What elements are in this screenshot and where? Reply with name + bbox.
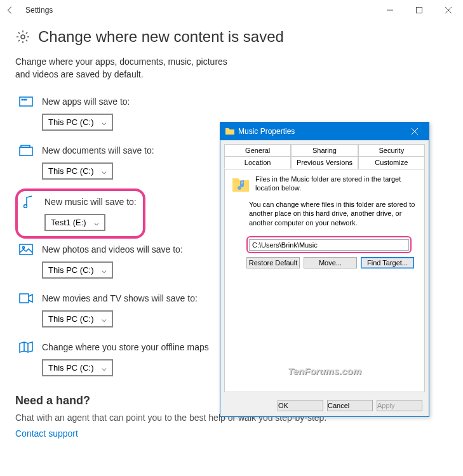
contact-support-link[interactable]: Contact support xyxy=(15,428,78,439)
cancel-button[interactable]: Cancel xyxy=(327,400,373,411)
svg-rect-9 xyxy=(20,147,32,155)
close-button[interactable] xyxy=(434,0,463,20)
dropdown-documents-value: This PC (C:) xyxy=(48,166,94,176)
page-header: Change where new content is saved xyxy=(0,20,463,56)
highlight-music: New music will save to: Test1 (E:)⌵ xyxy=(15,188,145,239)
chevron-down-icon: ⌵ xyxy=(102,265,107,275)
chevron-down-icon: ⌵ xyxy=(102,314,107,324)
chevron-down-icon: ⌵ xyxy=(102,166,107,176)
tabs-row-2: Location Previous Versions Customize xyxy=(224,156,425,169)
dropdown-maps[interactable]: This PC (C:)⌵ xyxy=(42,359,113,376)
svg-point-7 xyxy=(23,99,25,100)
ok-button[interactable]: OK xyxy=(278,400,323,411)
row-apps: New apps will save to: xyxy=(0,91,463,111)
tab-general[interactable]: General xyxy=(224,144,291,156)
svg-rect-12 xyxy=(20,244,32,255)
svg-point-4 xyxy=(21,35,25,39)
chevron-down-icon: ⌵ xyxy=(102,363,107,373)
dialog-footer: OK Cancel Apply xyxy=(220,396,429,416)
maximize-button[interactable] xyxy=(405,0,434,20)
row-music: New music will save to: xyxy=(20,195,137,211)
dialog-titlebar[interactable]: Music Properties xyxy=(220,122,429,140)
maps-icon xyxy=(19,340,33,354)
titlebar: Settings xyxy=(0,0,463,20)
back-button[interactable] xyxy=(5,5,15,15)
dropdown-documents[interactable]: This PC (C:)⌵ xyxy=(42,162,113,180)
movies-icon xyxy=(19,291,33,305)
page-title: Change where new content is saved xyxy=(38,28,284,46)
svg-rect-10 xyxy=(21,145,30,147)
tab-customize[interactable]: Customize xyxy=(358,156,425,169)
apps-icon xyxy=(19,95,33,109)
svg-rect-5 xyxy=(20,97,32,106)
svg-rect-1 xyxy=(417,8,422,13)
dialog-title: Music Properties xyxy=(238,127,295,136)
svg-point-6 xyxy=(22,99,23,100)
music-folder-icon xyxy=(231,175,250,194)
dialog-close-button[interactable] xyxy=(403,124,426,139)
row-apps-label: New apps will save to: xyxy=(42,96,130,107)
watermark: TenForums.com xyxy=(288,366,361,376)
photos-icon xyxy=(19,242,33,256)
row-maps-label: Change where you store your offline maps xyxy=(42,342,209,352)
music-icon xyxy=(22,195,36,209)
panel-description: You can change where files in this folde… xyxy=(249,200,418,227)
minimize-button[interactable] xyxy=(375,0,405,20)
dropdown-maps-value: This PC (C:) xyxy=(48,363,94,373)
dropdown-photos[interactable]: This PC (C:)⌵ xyxy=(42,261,113,279)
dropdown-movies[interactable]: This PC (C:)⌵ xyxy=(42,310,113,327)
location-path-input[interactable] xyxy=(249,239,409,251)
chevron-down-icon: ⌵ xyxy=(102,117,107,127)
tabs-row-1: General Sharing Security xyxy=(224,144,425,156)
dropdown-photos-value: This PC (C:) xyxy=(48,265,94,275)
move-button[interactable]: Move... xyxy=(304,257,357,268)
dropdown-music[interactable]: Test1 (E:)⌵ xyxy=(44,214,105,231)
window-title: Settings xyxy=(25,6,53,15)
folder-icon xyxy=(225,127,234,136)
dropdown-apps[interactable]: This PC (C:)⌵ xyxy=(42,114,113,131)
tab-security[interactable]: Security xyxy=(358,144,425,156)
tab-location[interactable]: Location xyxy=(224,156,291,169)
svg-point-13 xyxy=(23,247,25,249)
panel-header-text: Files in the Music folder are stored in … xyxy=(255,175,418,194)
svg-rect-14 xyxy=(20,294,29,303)
dropdown-movies-value: This PC (C:) xyxy=(48,314,94,324)
apply-button[interactable]: Apply xyxy=(377,400,422,411)
tab-panel-location: Files in the Music folder are stored in … xyxy=(224,169,425,392)
music-properties-dialog: Music Properties General Sharing Securit… xyxy=(220,122,429,417)
tab-previous-versions[interactable]: Previous Versions xyxy=(291,156,358,169)
row-photos-label: New photos and videos will save to: xyxy=(42,244,183,255)
row-movies-label: New movies and TV shows will save to: xyxy=(42,293,198,303)
path-highlight xyxy=(246,236,412,253)
dropdown-apps-value: This PC (C:) xyxy=(48,117,94,127)
tab-sharing[interactable]: Sharing xyxy=(291,144,358,156)
gear-icon xyxy=(15,29,30,44)
find-target-button[interactable]: Find Target... xyxy=(361,257,414,268)
row-music-label: New music will save to: xyxy=(44,197,137,207)
restore-default-button[interactable]: Restore Default xyxy=(246,257,300,268)
dropdown-music-value: Test1 (E:) xyxy=(51,218,86,227)
page-intro: Change where your apps, documents, music… xyxy=(0,56,254,91)
row-documents-label: New documents will save to: xyxy=(42,145,154,155)
svg-point-8 xyxy=(25,99,27,100)
svg-point-11 xyxy=(24,205,27,208)
chevron-down-icon: ⌵ xyxy=(94,218,99,227)
documents-icon xyxy=(19,143,33,157)
